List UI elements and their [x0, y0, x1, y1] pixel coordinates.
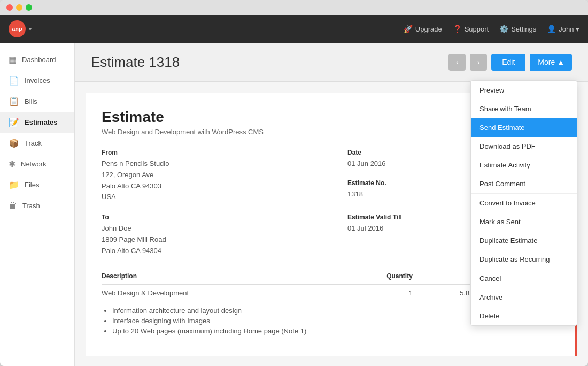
- files-icon: 📁: [9, 180, 19, 190]
- dropdown-item-archive[interactable]: Archive: [471, 288, 577, 307]
- sidebar-item-track[interactable]: 📦 Track: [0, 133, 74, 154]
- sidebar: ▦ Dashboard 📄 Invoices 📋 Bills 📝 Estimat…: [0, 43, 75, 366]
- brand-chevron-icon: ▾: [29, 26, 32, 32]
- settings-label: Settings: [511, 25, 536, 33]
- dropdown-item-duplicate-recurring[interactable]: Duplicate as Recurring: [471, 250, 577, 269]
- settings-icon: ⚙️: [499, 25, 508, 33]
- bills-icon: 📋: [9, 96, 19, 106]
- dropdown-item-mark-sent[interactable]: Mark as Sent: [471, 212, 577, 231]
- dropdown-item-preview[interactable]: Preview: [471, 81, 577, 100]
- col-quantity: Quantity: [341, 268, 413, 284]
- sidebar-item-bills[interactable]: 📋 Bills: [0, 91, 74, 112]
- dropdown-item-post-comment[interactable]: Post Comment: [471, 174, 577, 193]
- sidebar-label-dashboard: Dashboard: [22, 56, 56, 64]
- sidebar-item-invoices[interactable]: 📄 Invoices: [0, 70, 74, 91]
- dropdown-item-convert[interactable]: Convert to Invoice: [471, 194, 577, 212]
- col-description: Description: [102, 268, 341, 284]
- upgrade-icon: 🚀: [404, 25, 413, 33]
- minimize-dot[interactable]: [16, 4, 22, 11]
- brand[interactable]: anp ▾: [9, 20, 32, 37]
- next-button[interactable]: ›: [470, 54, 487, 71]
- from-address: 122, Oregon Ave: [102, 170, 315, 181]
- invoices-icon: 📄: [9, 75, 19, 86]
- main-content: Estimate 1318 ‹ › Edit More ▲ Estimate W…: [75, 43, 588, 366]
- app-window: anp ▾ 🚀 Upgrade ❓ Support ⚙️ Settings 👤 …: [0, 0, 588, 366]
- from-country: USA: [102, 192, 315, 203]
- to-city: Palo Alto CA 94304: [102, 246, 315, 257]
- sidebar-label-estimates: Estimates: [25, 118, 57, 126]
- estimate-title: Estimate 1318: [91, 54, 180, 71]
- dropdown-item-delete[interactable]: Delete: [471, 307, 577, 325]
- sidebar-item-estimates[interactable]: 📝 Estimates: [0, 112, 74, 133]
- sidebar-item-files[interactable]: 📁 Files: [0, 174, 74, 195]
- support-label: Support: [465, 25, 489, 33]
- upgrade-nav-item[interactable]: 🚀 Upgrade: [404, 25, 442, 33]
- dropdown-item-send[interactable]: Send Estimate: [471, 118, 577, 137]
- sidebar-item-dashboard[interactable]: ▦ Dashboard: [0, 49, 74, 70]
- nav-right: 🚀 Upgrade ❓ Support ⚙️ Settings 👤 John ▾: [404, 25, 579, 33]
- dropdown-item-cancel[interactable]: Cancel: [471, 269, 577, 288]
- dropdown-item-share[interactable]: Share with Team: [471, 100, 577, 118]
- to-label: To: [102, 214, 315, 221]
- header-actions: ‹ › Edit More ▲: [448, 54, 572, 71]
- main-layout: ▦ Dashboard 📄 Invoices 📋 Bills 📝 Estimat…: [0, 43, 588, 366]
- settings-nav-item[interactable]: ⚙️ Settings: [499, 25, 536, 33]
- from-label: From: [102, 149, 315, 156]
- more-button[interactable]: More ▲: [530, 54, 572, 71]
- dropdown-item-download[interactable]: Download as PDF: [471, 137, 577, 156]
- network-icon: ✱: [9, 159, 16, 169]
- sidebar-label-invoices: Invoices: [25, 77, 50, 85]
- support-nav-item[interactable]: ❓ Support: [453, 25, 489, 33]
- from-city: Palo Alto CA 94303: [102, 181, 315, 192]
- trash-icon: 🗑: [9, 201, 17, 210]
- dropdown-item-duplicate[interactable]: Duplicate Estimate: [471, 231, 577, 250]
- user-nav-item[interactable]: 👤 John ▾: [547, 25, 579, 33]
- title-bar: [0, 0, 588, 15]
- to-column: To John Doe 1809 Page Mill Road Palo Alt…: [102, 214, 315, 256]
- user-label: John ▾: [559, 25, 579, 33]
- edit-button[interactable]: Edit: [491, 54, 525, 71]
- sidebar-label-trash: Trash: [22, 202, 40, 210]
- list-item: Up to 20 Web pages (maximum) including H…: [112, 326, 561, 336]
- dropdown-item-activity[interactable]: Estimate Activity: [471, 156, 577, 174]
- brand-logo: anp: [9, 20, 26, 37]
- close-dot[interactable]: [6, 4, 13, 11]
- sidebar-label-network: Network: [21, 160, 47, 168]
- sidebar-label-bills: Bills: [25, 97, 37, 105]
- estimates-icon: 📝: [9, 117, 19, 127]
- user-icon: 👤: [547, 25, 556, 33]
- from-column: From Pens n Pencils Studio 122, Oregon A…: [102, 149, 315, 203]
- row-desc: Web Design & Development: [102, 284, 341, 301]
- from-name: Pens n Pencils Studio: [102, 158, 315, 170]
- dropdown-menu: Preview Share with Team Send Estimate Do…: [470, 80, 577, 326]
- sidebar-label-track: Track: [25, 139, 42, 147]
- top-nav: anp ▾ 🚀 Upgrade ❓ Support ⚙️ Settings 👤 …: [0, 15, 588, 43]
- to-address: 1809 Page Mill Road: [102, 234, 315, 246]
- upgrade-label: Upgrade: [415, 25, 442, 33]
- track-icon: 📦: [9, 138, 19, 148]
- to-name: John Doe: [102, 223, 315, 234]
- estimate-header: Estimate 1318 ‹ › Edit More ▲: [75, 43, 588, 82]
- prev-button[interactable]: ‹: [448, 54, 466, 71]
- maximize-dot[interactable]: [26, 4, 32, 11]
- sidebar-item-trash[interactable]: 🗑 Trash: [0, 195, 74, 216]
- row-qty: 1: [341, 284, 413, 301]
- sidebar-label-files: Files: [25, 181, 39, 189]
- dashboard-icon: ▦: [9, 55, 17, 65]
- sidebar-item-network[interactable]: ✱ Network: [0, 154, 74, 174]
- support-icon: ❓: [453, 25, 462, 33]
